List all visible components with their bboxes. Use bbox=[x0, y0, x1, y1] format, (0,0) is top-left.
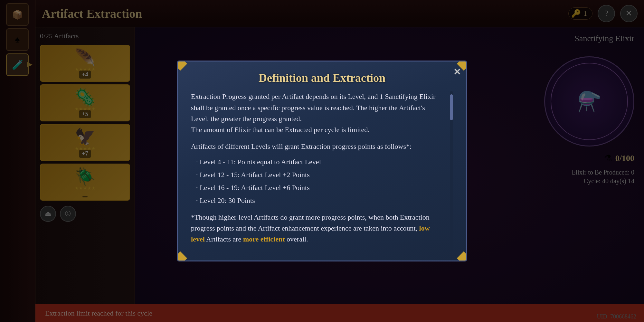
levels-list: Level 4 - 11: Points equal to Artifact L… bbox=[191, 156, 441, 206]
level-item-1: Level 4 - 11: Points equal to Artifact L… bbox=[196, 156, 441, 167]
modal-close-button[interactable]: ✕ bbox=[453, 67, 461, 77]
levels-section: Artifacts of different Levels will grant… bbox=[191, 141, 441, 206]
note-paragraph: *Though higher-level Artifacts do grant … bbox=[191, 212, 441, 245]
level-item-4: Level 20: 30 Points bbox=[196, 195, 441, 206]
note-section: *Though higher-level Artifacts do grant … bbox=[191, 212, 441, 245]
corner-decoration-tl bbox=[177, 61, 187, 71]
modal-scroll-container: Extraction Progress granted per Artifact… bbox=[191, 91, 453, 251]
intro-paragraph: Extraction Progress granted per Artifact… bbox=[191, 91, 441, 135]
modal-scrollbar[interactable] bbox=[450, 91, 453, 251]
level-item-2: Level 12 - 15: Artifact Level +2 Points bbox=[196, 169, 441, 180]
corner-decoration-bl bbox=[177, 251, 187, 261]
definition-modal: Definition and Extraction ✕ Extraction P… bbox=[177, 61, 467, 261]
modal-body: Extraction Progress granted per Artifact… bbox=[191, 91, 447, 251]
levels-intro: Artifacts of different Levels will grant… bbox=[191, 141, 441, 152]
highlight-more-efficient: more efficient bbox=[243, 235, 285, 243]
modal-scrollbar-thumb bbox=[450, 94, 453, 120]
intro-section: Extraction Progress granted per Artifact… bbox=[191, 91, 441, 135]
level-item-3: Level 16 - 19: Artifact Level +6 Points bbox=[196, 182, 441, 193]
modal-overlay: Definition and Extraction ✕ Extraction P… bbox=[0, 0, 644, 322]
highlight-low-level: low level bbox=[191, 224, 430, 243]
corner-decoration-br bbox=[457, 251, 467, 261]
modal-content: Extraction Progress granted per Artifact… bbox=[191, 91, 447, 251]
modal-title: Definition and Extraction bbox=[191, 71, 453, 85]
